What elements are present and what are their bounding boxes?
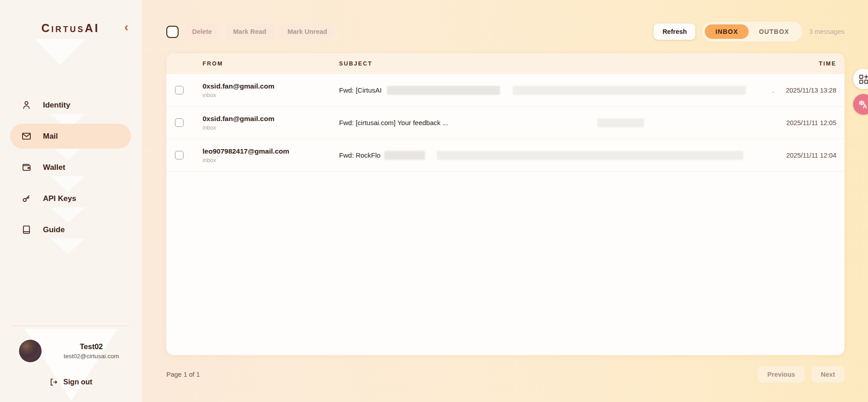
- from-cell: leo907982417@gmail.com inbox: [194, 147, 339, 164]
- sidebar-item-wallet[interactable]: Wallet: [10, 155, 131, 180]
- mail-table-card: FROM SUBJECT TIME 0xsid.fan@gmail.com in…: [166, 53, 844, 355]
- subject-text: Fwd: [cirtusai.com] Your feedback ...: [339, 119, 448, 126]
- sign-out-icon: [49, 378, 58, 387]
- table-empty-space: [166, 172, 844, 355]
- sidebar-footer: Test02 test02@cirtusai.com Sign out: [0, 326, 141, 402]
- user-icon: [21, 100, 32, 110]
- sidebar-item-label: Identity: [43, 101, 70, 110]
- mark-unread-button[interactable]: Mark Unread: [280, 24, 335, 39]
- table-header: FROM SUBJECT TIME: [166, 53, 844, 74]
- translate-icon[interactable]: [853, 94, 868, 115]
- tab-outbox[interactable]: OUTBOX: [749, 24, 800, 39]
- from-cell: 0xsid.fan@gmail.com inbox: [194, 82, 339, 98]
- column-header-time: TIME: [746, 61, 836, 67]
- folder-label: inbox: [203, 125, 339, 131]
- sidebar-item-label: Mail: [43, 132, 58, 141]
- folder-label: inbox: [203, 92, 339, 98]
- previous-page-button[interactable]: Previous: [758, 366, 804, 383]
- row-checkbox[interactable]: [175, 151, 184, 159]
- row-checkbox[interactable]: [175, 86, 184, 94]
- time-cell: . 2025/11/13 13:28: [746, 87, 836, 94]
- user-meta: Test02 test02@cirtusai.com: [52, 342, 131, 360]
- column-header-from: FROM: [194, 61, 339, 67]
- delete-button[interactable]: Delete: [184, 24, 220, 39]
- messages-count: 3 messages: [809, 28, 844, 35]
- row-checkbox-cell: [166, 118, 194, 127]
- sidebar-nav: Identity Mail Wallet API Keys Guide: [0, 93, 141, 242]
- user-card: Test02 test02@cirtusai.com: [0, 340, 141, 362]
- column-header-subject: SUBJECT: [339, 61, 746, 67]
- sender-email: leo907982417@gmail.com: [203, 147, 339, 155]
- select-all-checkbox[interactable]: [166, 26, 179, 38]
- toolbar-right: Refresh INBOX OUTBOX 3 messages: [654, 22, 844, 41]
- sender-email: 0xsid.fan@gmail.com: [203, 115, 339, 123]
- sidebar-collapse-button[interactable]: ‹: [124, 23, 128, 32]
- key-icon: [21, 193, 32, 204]
- wallet-icon: [21, 162, 32, 173]
- row-checkbox-cell: [166, 86, 194, 94]
- message-time: 2025/11/11 12:05: [786, 119, 836, 126]
- redacted-text: [597, 118, 644, 127]
- subject-text: Fwd: [CirtusAI: [339, 86, 382, 94]
- grid-add-icon[interactable]: [853, 69, 868, 89]
- brand-logo: CirtusAI: [41, 22, 99, 34]
- mail-toolbar: Delete Mark Read Mark Unread Refresh INB…: [166, 23, 844, 40]
- message-time: 2025/11/13 13:28: [786, 87, 836, 94]
- subject-text: Fwd: RockFlo: [339, 151, 381, 159]
- edge-floating-buttons: [853, 69, 868, 115]
- refresh-button[interactable]: Refresh: [654, 23, 695, 40]
- redacted-text: [387, 86, 500, 95]
- inbox-outbox-toggle: INBOX OUTBOX: [703, 22, 802, 41]
- sign-out-button[interactable]: Sign out: [49, 378, 92, 387]
- sidebar-item-identity[interactable]: Identity: [10, 93, 131, 117]
- subject-cell: Fwd: [cirtusai.com] Your feedback ...: [339, 118, 746, 127]
- redacted-text: [513, 86, 746, 95]
- sidebar: CirtusAI ‹ Identity Mail Wallet API Ke: [0, 0, 142, 402]
- table-row[interactable]: 0xsid.fan@gmail.com inbox Fwd: [cirtusai…: [166, 107, 844, 139]
- sidebar-item-label: API Keys: [43, 194, 76, 203]
- tab-inbox[interactable]: INBOX: [705, 24, 748, 39]
- table-row[interactable]: leo907982417@gmail.com inbox Fwd: RockFl…: [166, 139, 844, 172]
- folder-label: inbox: [203, 157, 339, 164]
- table-row[interactable]: 0xsid.fan@gmail.com inbox Fwd: [CirtusAI…: [166, 74, 844, 107]
- sidebar-item-guide[interactable]: Guide: [10, 217, 131, 242]
- sidebar-item-mail[interactable]: Mail: [10, 124, 131, 149]
- from-cell: 0xsid.fan@gmail.com inbox: [194, 115, 339, 131]
- user-email: test02@cirtusai.com: [52, 353, 131, 360]
- mark-read-button[interactable]: Mark Read: [226, 24, 274, 39]
- pagination-buttons: Previous Next: [758, 366, 844, 383]
- sidebar-item-label: Guide: [43, 225, 65, 234]
- redacted-text: [437, 151, 743, 160]
- sign-out-label: Sign out: [63, 378, 92, 386]
- time-cell: 2025/11/11 12:05: [746, 119, 836, 126]
- pagination: Page 1 of 1 Previous Next: [166, 366, 844, 383]
- logo-row: CirtusAI ‹: [0, 0, 141, 35]
- sidebar-item-api-keys[interactable]: API Keys: [10, 186, 131, 211]
- mail-icon: [21, 131, 32, 141]
- avatar: [19, 340, 42, 362]
- time-cell: 2025/11/11 12:04: [746, 152, 836, 159]
- row-checkbox[interactable]: [175, 118, 184, 127]
- subject-cell: Fwd: RockFlo: [339, 151, 746, 160]
- sender-email: 0xsid.fan@gmail.com: [203, 82, 339, 90]
- subject-cell: Fwd: [CirtusAI: [339, 86, 746, 95]
- row-checkbox-cell: [166, 151, 194, 159]
- book-icon: [21, 224, 32, 235]
- page-info: Page 1 of 1: [166, 371, 200, 378]
- main-content: Delete Mark Read Mark Unread Refresh INB…: [142, 0, 868, 402]
- message-time: 2025/11/11 12:04: [786, 152, 836, 159]
- sidebar-item-label: Wallet: [43, 163, 65, 172]
- next-page-button[interactable]: Next: [811, 366, 844, 383]
- watermark-triangle: [35, 39, 85, 65]
- subject-suffix: .: [772, 87, 774, 94]
- redacted-text: [384, 151, 425, 160]
- user-name: Test02: [52, 342, 131, 351]
- divider: [12, 326, 129, 326]
